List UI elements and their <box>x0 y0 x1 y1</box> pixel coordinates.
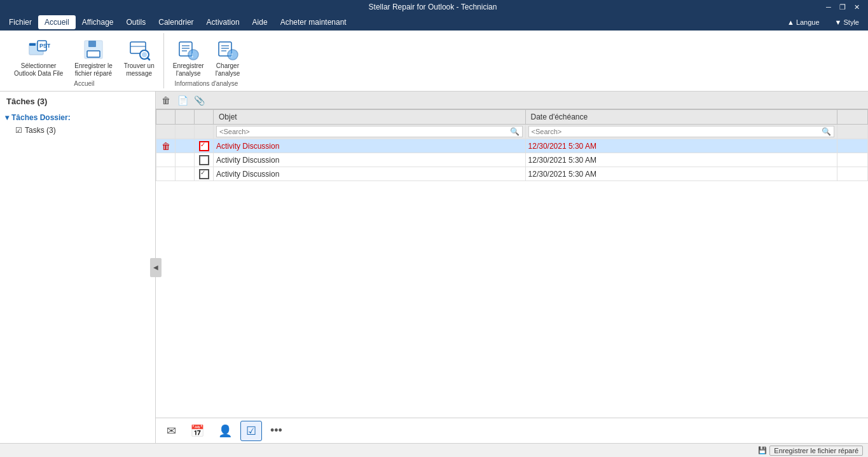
find-message-label: Trouver unmessage <box>124 62 155 78</box>
svg-rect-5 <box>88 41 96 47</box>
row2-extra-cell <box>837 153 868 167</box>
status-bar: 💾 Enregistrer le fichier réparé <box>0 443 868 457</box>
restore-button[interactable]: ❐ <box>836 2 849 12</box>
object-search-wrap[interactable]: 🔍 <box>216 126 523 137</box>
row3-date-cell: 12/30/2021 5:30 AM <box>525 167 837 181</box>
svg-text:PST: PST <box>39 43 50 49</box>
col-delete <box>156 110 176 125</box>
nav-contacts-button[interactable]: 👤 <box>212 421 238 441</box>
svg-rect-1 <box>29 43 36 46</box>
sidebar-item-tasks[interactable]: ☑ Tasks (3) <box>0 124 155 137</box>
save-repaired-button[interactable]: Enregistrer lefichier réparé <box>71 36 116 80</box>
table-row[interactable]: 🗑 Activity Discussion 12/30/2021 5:30 AM <box>156 139 868 153</box>
find-icon <box>128 38 151 61</box>
menu-outils[interactable]: Outils <box>120 15 153 29</box>
row2-object-cell: Activity Discussion <box>214 153 526 167</box>
row3-object-cell: Activity Discussion <box>214 167 526 181</box>
date-search-wrap[interactable]: 🔍 <box>528 126 835 137</box>
save-analyse-button[interactable]: ↓ Enregistrerl'analyse <box>169 36 208 80</box>
row1-object-cell: Activity Discussion <box>214 139 526 153</box>
object-search-input[interactable] <box>219 128 509 135</box>
row2-task-icon <box>199 155 209 165</box>
row1-delete-cell: 🗑 <box>156 139 176 153</box>
nav-tasks-button[interactable]: ☑ <box>240 421 262 441</box>
svg-line-10 <box>148 58 149 60</box>
menu-activation[interactable]: Activation <box>200 15 246 29</box>
ribbon-buttons-accueil: PST SélectionnerOutlook Data File Enregi… <box>10 33 158 80</box>
row1-extra-cell <box>837 139 868 153</box>
table-header-row: Objet Date d'échéance <box>156 110 868 125</box>
close-button[interactable]: ✕ <box>850 2 863 12</box>
row1-task-icon <box>199 141 209 151</box>
minimize-button[interactable]: ─ <box>822 2 835 12</box>
save-repaired-label: Enregistrer lefichier réparé <box>74 62 112 78</box>
search-object-cell: 🔍 <box>214 125 526 139</box>
search-attach-cell <box>195 125 214 139</box>
ribbon-group-accueil-label: Accueil <box>74 80 94 88</box>
status-save-button[interactable]: Enregistrer le fichier réparé <box>769 446 863 456</box>
select-outlook-file-button[interactable]: PST SélectionnerOutlook Data File <box>10 36 67 80</box>
row1-delete-icon[interactable]: 🗑 <box>162 141 170 151</box>
row2-task-icon-cell <box>195 153 214 167</box>
table-row[interactable]: Activity Discussion 12/30/2021 5:30 AM <box>156 167 868 181</box>
sidebar-folder[interactable]: ▾ Tâches Dossier: <box>0 111 155 124</box>
load-analyse-button[interactable]: ↑ Chargerl'analyse <box>212 36 244 80</box>
delete-toolbar-button[interactable]: 🗑 <box>158 93 174 107</box>
task-item-icon: ☑ <box>15 126 22 135</box>
ribbon: PST SélectionnerOutlook Data File Enregi… <box>0 31 868 92</box>
bottom-nav: ✉ 📅 👤 ☑ ••• <box>156 418 868 443</box>
object-search-icon: 🔍 <box>510 127 520 136</box>
load-analyse-icon: ↑ <box>216 38 239 61</box>
main-content: Tâches (3) ▾ Tâches Dossier: ☑ Tasks (3)… <box>0 92 868 443</box>
menu-aide[interactable]: Aide <box>246 15 274 29</box>
search-delete-cell <box>156 125 176 139</box>
menu-affichage[interactable]: Affichage <box>76 15 120 29</box>
nav-calendar-button[interactable]: 📅 <box>184 421 210 441</box>
menu-fichier[interactable]: Fichier <box>3 15 38 29</box>
nav-mail-button[interactable]: ✉ <box>161 421 182 441</box>
row3-task-icon <box>199 169 209 179</box>
task-item-label: Tasks (3) <box>25 126 56 135</box>
row3-delete-cell <box>156 167 176 181</box>
menu-calendrier[interactable]: Calendrier <box>152 15 200 29</box>
search-new-cell <box>176 125 195 139</box>
find-message-button[interactable]: Trouver unmessage <box>120 36 158 80</box>
content-pane: 🗑 📄 📎 Objet Date d'échéance <box>156 92 868 443</box>
search-extra-cell <box>837 125 868 139</box>
date-search-input[interactable] <box>532 128 821 135</box>
table-body: 🗑 Activity Discussion 12/30/2021 5:30 AM <box>156 139 868 181</box>
menu-bar: Fichier Accueil Affichage Outils Calendr… <box>0 14 868 31</box>
menu-right: ▲ Langue ▼ Style <box>781 15 865 29</box>
row1-task-icon-cell <box>195 139 214 153</box>
table-row[interactable]: Activity Discussion 12/30/2021 5:30 AM <box>156 153 868 167</box>
row2-delete-cell <box>156 153 176 167</box>
ribbon-buttons-analyse: ↓ Enregistrerl'analyse ↑ Chargerl <box>169 33 244 80</box>
langue-button[interactable]: ▲ Langue <box>781 15 826 29</box>
svg-rect-6 <box>87 51 100 57</box>
new-toolbar-button[interactable]: 📄 <box>175 93 190 107</box>
style-button[interactable]: ▼ Style <box>829 15 865 29</box>
col-attach <box>195 110 214 125</box>
col-date-header[interactable]: Date d'échéance <box>525 110 837 125</box>
select-file-label: SélectionnerOutlook Data File <box>14 62 63 78</box>
sidebar-header: Tâches (3) <box>0 92 155 111</box>
sidebar-collapse-button[interactable]: ◀ <box>150 258 162 277</box>
search-date-cell: 🔍 <box>525 125 837 139</box>
tasks-table: Objet Date d'échéance 🔍 <box>156 109 868 181</box>
status-save-icon: 💾 <box>758 446 767 454</box>
svg-text:↑: ↑ <box>230 51 234 58</box>
sidebar: Tâches (3) ▾ Tâches Dossier: ☑ Tasks (3)… <box>0 92 156 443</box>
row1-date-cell: 12/30/2021 5:30 AM <box>525 139 837 153</box>
menu-accueil[interactable]: Accueil <box>38 15 76 29</box>
svg-point-11 <box>142 52 147 57</box>
nav-more-button[interactable]: ••• <box>265 421 288 440</box>
col-object-header[interactable]: Objet <box>214 110 526 125</box>
search-row: 🔍 🔍 <box>156 125 868 139</box>
app-title: Stellar Repair for Outlook - Technician <box>43 3 822 11</box>
svg-text:↓: ↓ <box>191 51 195 58</box>
title-bar: Stellar Repair for Outlook - Technician … <box>0 0 868 14</box>
row2-status-cell <box>176 153 195 167</box>
attach-toolbar-button[interactable]: 📎 <box>191 93 207 107</box>
folder-chevron-icon: ▾ <box>5 113 9 122</box>
menu-acheter[interactable]: Acheter maintenant <box>274 15 353 29</box>
